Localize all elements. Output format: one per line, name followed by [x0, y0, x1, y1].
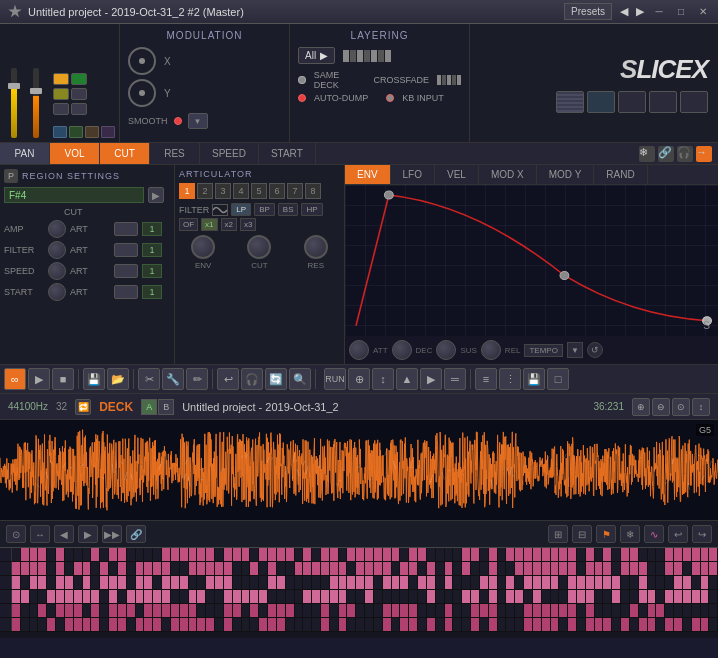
pattern-cell[interactable] [197, 590, 206, 603]
pattern-cell[interactable] [436, 576, 445, 589]
art-num-4[interactable]: 4 [233, 183, 249, 199]
pattern-cell[interactable] [462, 590, 471, 603]
pattern-cell[interactable] [197, 562, 206, 575]
wave-icon-4[interactable] [101, 126, 115, 138]
pattern-cell[interactable] [12, 590, 21, 603]
pattern-cell[interactable] [100, 562, 109, 575]
pattern-cell[interactable] [136, 604, 145, 617]
pattern-cell[interactable] [136, 618, 145, 631]
pattern-cell[interactable] [577, 562, 586, 575]
pattern-cell[interactable] [365, 618, 374, 631]
nav-left-btn[interactable]: ◀ [620, 5, 628, 18]
pattern-cell[interactable] [462, 562, 471, 575]
pattern-cell[interactable] [295, 576, 304, 589]
pattern-cell[interactable] [621, 576, 630, 589]
pattern-cell[interactable] [568, 618, 577, 631]
pattern-cell[interactable] [206, 618, 215, 631]
view-btn-2[interactable] [587, 91, 615, 113]
pattern-cell[interactable] [30, 604, 39, 617]
deck-b-btn[interactable]: B [158, 399, 174, 415]
pattern-cell[interactable] [445, 576, 454, 589]
note-display[interactable]: F#4 [4, 187, 144, 203]
pattern-cell[interactable] [127, 576, 136, 589]
pattern-cell[interactable] [489, 604, 498, 617]
tool-r3[interactable]: 💾 [523, 368, 545, 390]
pattern-cell[interactable] [427, 604, 436, 617]
pattern-cell[interactable] [295, 590, 304, 603]
pattern-cell[interactable] [91, 618, 100, 631]
pattern-cell[interactable] [639, 604, 648, 617]
pattern-cell[interactable] [277, 548, 286, 561]
pattern-cell[interactable] [286, 590, 295, 603]
pattern-cell[interactable] [418, 576, 427, 589]
pattern-cell[interactable] [418, 618, 427, 631]
pattern-cell[interactable] [568, 548, 577, 561]
sus-knob[interactable] [436, 340, 456, 360]
pattern-cell[interactable] [436, 590, 445, 603]
pattern-cell[interactable] [665, 562, 674, 575]
pattern-cell[interactable] [595, 604, 604, 617]
pattern-cell[interactable] [74, 576, 83, 589]
smooth-radio[interactable] [174, 117, 182, 125]
pattern-cell[interactable] [347, 548, 356, 561]
wave-btn[interactable]: ∿ [644, 525, 664, 543]
pattern-cell[interactable] [268, 604, 277, 617]
start-knob[interactable] [48, 283, 66, 301]
pattern-cell[interactable] [38, 576, 47, 589]
pattern-cell[interactable] [648, 590, 657, 603]
pattern-cell[interactable] [665, 618, 674, 631]
bpm-icon[interactable]: 🔁 [75, 399, 91, 415]
tab-pan[interactable]: PAN [0, 143, 50, 164]
pattern-cell[interactable] [383, 590, 392, 603]
pattern-cell[interactable] [559, 618, 568, 631]
pattern-cell[interactable] [692, 548, 701, 561]
pattern-cell[interactable] [612, 590, 621, 603]
pattern-cell[interactable] [568, 576, 577, 589]
pattern-cell[interactable] [91, 590, 100, 603]
att-knob[interactable] [349, 340, 369, 360]
pattern-cell[interactable] [65, 548, 74, 561]
pattern-cell[interactable] [603, 618, 612, 631]
pattern-cell[interactable] [127, 562, 136, 575]
pattern-cell[interactable] [268, 618, 277, 631]
pattern-cell[interactable] [524, 590, 533, 603]
pattern-cell[interactable] [612, 576, 621, 589]
pattern-cell[interactable] [621, 562, 630, 575]
gear-icon[interactable] [8, 5, 22, 19]
pattern-cell[interactable] [250, 548, 259, 561]
pattern-cell[interactable] [586, 604, 595, 617]
pattern-cell[interactable] [83, 618, 92, 631]
dec-knob[interactable] [392, 340, 412, 360]
tab-env[interactable]: ENV [345, 165, 391, 184]
filter-of-btn[interactable]: OF [179, 218, 198, 231]
pattern-cell[interactable] [56, 562, 65, 575]
pattern-cell[interactable] [100, 590, 109, 603]
pattern-cell[interactable] [674, 562, 683, 575]
pattern-cell[interactable] [312, 576, 321, 589]
pattern-cell[interactable] [436, 562, 445, 575]
pattern-cell[interactable] [295, 548, 304, 561]
pattern-cell[interactable] [374, 590, 383, 603]
pattern-cell[interactable] [224, 618, 233, 631]
pattern-cell[interactable] [303, 604, 312, 617]
pattern-cell[interactable] [418, 590, 427, 603]
pattern-cell[interactable] [400, 604, 409, 617]
pattern-cell[interactable] [630, 618, 639, 631]
pattern-cell[interactable] [197, 576, 206, 589]
pattern-cell[interactable] [91, 548, 100, 561]
pattern-cell[interactable] [392, 618, 401, 631]
pattern-cell[interactable] [83, 548, 92, 561]
pattern-cell[interactable] [559, 604, 568, 617]
pattern-cell[interactable] [109, 576, 118, 589]
pattern-cell[interactable] [356, 618, 365, 631]
pattern-cell[interactable] [65, 562, 74, 575]
pattern-cell[interactable] [656, 562, 665, 575]
pattern-cell[interactable] [38, 548, 47, 561]
pattern-cell[interactable] [480, 548, 489, 561]
mixer-btn-6[interactable] [71, 103, 87, 115]
pattern-cell[interactable] [74, 590, 83, 603]
pattern-cell[interactable] [47, 562, 56, 575]
run-btn[interactable]: RUN [324, 368, 346, 390]
pattern-cell[interactable] [153, 562, 162, 575]
pattern-cell[interactable] [701, 562, 710, 575]
